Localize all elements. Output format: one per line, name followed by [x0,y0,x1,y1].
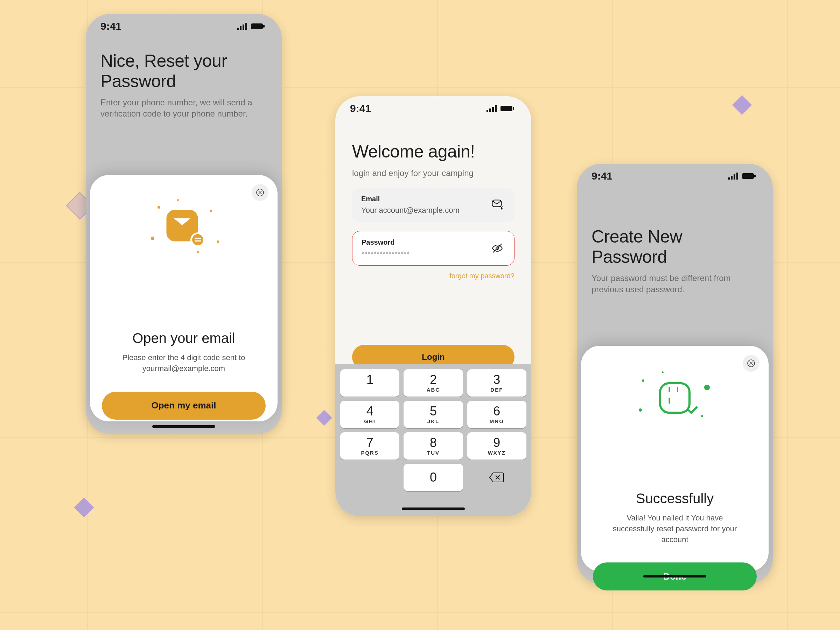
svg-rect-5 [263,25,265,28]
email-value: Your account@example.com [361,206,490,215]
svg-rect-3 [245,23,247,30]
key-0[interactable]: 0 [404,464,463,491]
home-indicator [643,575,706,578]
sheet-description: Valia! You nailed it You have successful… [612,513,738,545]
status-bar: 9:41 [335,96,531,121]
decoration-diamond [316,410,332,426]
sheet-heading: Successfully [593,491,757,507]
success-illustration [593,365,757,431]
svg-rect-12 [513,107,514,110]
home-indicator [402,507,465,510]
signal-icon [728,172,739,180]
decoration-diamond [74,498,94,518]
key-8[interactable]: 8TUV [404,432,463,459]
svg-rect-9 [492,107,494,112]
status-bar: 9:41 [86,14,282,38]
status-time: 9:41 [350,103,371,114]
page-title: Nice, Reset your Password [101,51,267,92]
svg-rect-11 [501,106,512,111]
svg-rect-7 [486,110,488,112]
status-time: 9:41 [592,170,613,182]
email-label: Email [361,195,490,203]
battery-icon [501,105,515,112]
password-label: Password [362,238,489,246]
mail-edit-icon [490,197,505,212]
key-9[interactable]: 9WXYZ [467,432,526,459]
key-1[interactable]: 1 [340,369,399,396]
svg-rect-13 [493,200,502,207]
battery-icon [742,172,756,180]
success-sheet: Successfully Valia! You nailed it You ha… [581,346,769,571]
key-4[interactable]: 4GHI [340,401,399,428]
numeric-keypad: 1 2ABC 3DEF 4GHI 5JKL 6MNO 7PQRS 8TUV 9W… [335,364,531,516]
forgot-password-link[interactable]: forget my password? [352,272,515,280]
home-indicator [152,425,215,428]
eye-off-icon[interactable] [489,240,505,256]
svg-rect-10 [495,105,497,112]
svg-rect-4 [251,24,263,29]
key-2[interactable]: 2ABC [404,369,463,396]
page-subtitle: Enter your phone number, we will send a … [101,97,267,120]
key-blank [340,464,399,491]
signal-icon [486,105,497,112]
svg-rect-2 [243,25,244,30]
backspace-icon [489,472,504,483]
svg-rect-16 [731,176,733,180]
page-subtitle: Your password must be different from pre… [592,273,758,295]
page-title: Welcome again! [352,142,515,162]
status-time: 9:41 [101,20,122,32]
status-icons [486,105,515,112]
open-email-sheet: Open your email Please enter the 4 digit… [90,175,278,422]
decoration-diamond [732,95,752,115]
status-bar: 9:41 [577,164,773,188]
page-title: Create New Password [592,227,758,267]
svg-rect-20 [754,175,756,177]
open-email-button[interactable]: Open my email [102,392,266,420]
page-subtitle: login and enjoy for your camping [352,167,515,179]
key-3[interactable]: 3DEF [467,369,526,396]
battery-icon [251,23,265,30]
svg-rect-19 [742,173,754,179]
signal-icon [237,23,248,30]
password-value: **************** [362,249,489,258]
phone-reset-password: 9:41 Nice, Reset your Password Enter you… [86,14,282,434]
svg-rect-18 [736,172,738,180]
key-7[interactable]: 7PQRS [340,432,399,459]
sheet-heading: Open your email [102,330,266,346]
svg-rect-0 [237,28,239,30]
svg-rect-8 [489,109,491,112]
svg-rect-17 [734,174,735,180]
sheet-description: Please enter the 4 digit code sent to yo… [121,352,247,374]
key-backspace[interactable] [467,464,526,491]
email-illustration [102,194,266,261]
status-icons [237,23,265,30]
svg-rect-1 [240,26,242,30]
status-icons [728,172,756,180]
key-6[interactable]: 6MNO [467,401,526,428]
key-5[interactable]: 5JKL [404,401,463,428]
email-field[interactable]: Email Your account@example.com [352,188,515,222]
phone-create-password: 9:41 Create New Password Your password m… [577,164,773,584]
phone-login: 9:41 Welcome again! login and enjoy for … [335,96,531,516]
svg-rect-15 [728,177,730,180]
password-field[interactable]: Password **************** [352,231,515,266]
